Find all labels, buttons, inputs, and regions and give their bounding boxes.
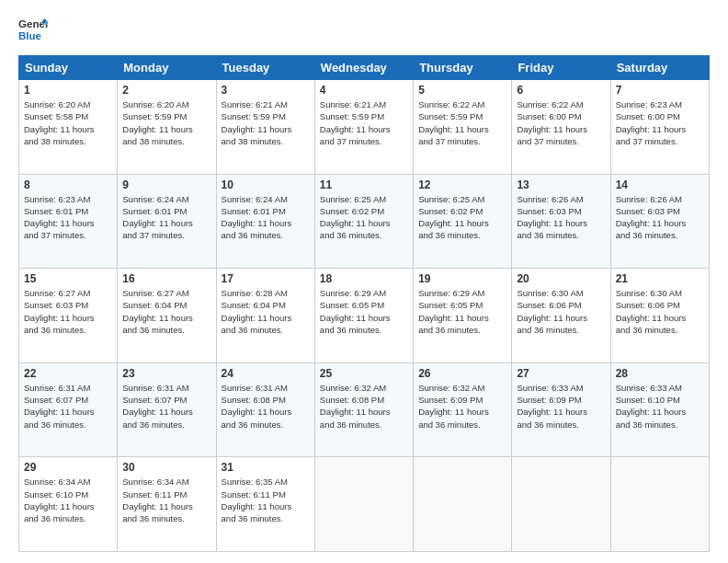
day-cell: 14Sunrise: 6:26 AMSunset: 6:03 PMDayligh… <box>610 174 709 269</box>
day-number: 31 <box>222 461 310 474</box>
day-content: Sunrise: 6:25 AMSunset: 6:02 PMDaylight:… <box>320 193 408 242</box>
day-number: 5 <box>418 84 506 97</box>
day-content: Sunrise: 6:23 AMSunset: 6:01 PMDaylight:… <box>24 193 112 242</box>
day-cell: 7Sunrise: 6:23 AMSunset: 6:00 PMDaylight… <box>610 80 709 175</box>
day-cell: 23Sunrise: 6:31 AMSunset: 6:07 PMDayligh… <box>118 362 216 457</box>
day-cell: 6Sunrise: 6:22 AMSunset: 6:00 PMDaylight… <box>512 80 610 175</box>
day-content: Sunrise: 6:30 AMSunset: 6:06 PMDaylight:… <box>616 287 704 336</box>
day-number: 29 <box>24 461 112 474</box>
day-number: 7 <box>616 84 704 97</box>
day-content: Sunrise: 6:31 AMSunset: 6:08 PMDaylight:… <box>222 382 310 431</box>
day-number: 26 <box>418 367 506 380</box>
day-cell: 15Sunrise: 6:27 AMSunset: 6:03 PMDayligh… <box>19 269 118 363</box>
day-cell: 30Sunrise: 6:34 AMSunset: 6:11 PMDayligh… <box>118 457 216 552</box>
day-content: Sunrise: 6:27 AMSunset: 6:03 PMDaylight:… <box>24 287 112 336</box>
day-cell: 13Sunrise: 6:26 AMSunset: 6:03 PMDayligh… <box>512 174 610 269</box>
day-cell: 3Sunrise: 6:21 AMSunset: 5:59 PMDaylight… <box>216 80 314 175</box>
day-content: Sunrise: 6:33 AMSunset: 6:10 PMDaylight:… <box>616 382 704 431</box>
day-cell: 27Sunrise: 6:33 AMSunset: 6:09 PMDayligh… <box>512 362 610 457</box>
day-content: Sunrise: 6:25 AMSunset: 6:02 PMDaylight:… <box>418 193 506 242</box>
day-number: 24 <box>222 367 310 380</box>
day-number: 17 <box>222 272 310 285</box>
day-number: 18 <box>320 272 408 285</box>
day-number: 6 <box>517 84 605 97</box>
day-number: 1 <box>24 84 112 97</box>
day-cell: 5Sunrise: 6:22 AMSunset: 5:59 PMDaylight… <box>414 80 512 175</box>
week-row-5: 29Sunrise: 6:34 AMSunset: 6:10 PMDayligh… <box>19 457 710 552</box>
day-number: 16 <box>122 272 210 285</box>
day-content: Sunrise: 6:20 AMSunset: 5:59 PMDaylight:… <box>122 98 210 147</box>
day-content: Sunrise: 6:24 AMSunset: 6:01 PMDaylight:… <box>222 193 310 242</box>
weekday-header-thursday: Thursday <box>414 56 512 80</box>
day-cell: 2Sunrise: 6:20 AMSunset: 5:59 PMDaylight… <box>118 80 216 175</box>
weekday-header-saturday: Saturday <box>610 56 709 80</box>
day-content: Sunrise: 6:28 AMSunset: 6:04 PMDaylight:… <box>222 287 310 336</box>
day-cell <box>610 457 709 552</box>
day-number: 15 <box>24 272 112 285</box>
day-cell: 1Sunrise: 6:20 AMSunset: 5:58 PMDaylight… <box>19 80 118 175</box>
day-number: 25 <box>320 367 408 380</box>
day-content: Sunrise: 6:23 AMSunset: 6:00 PMDaylight:… <box>616 98 704 147</box>
day-content: Sunrise: 6:22 AMSunset: 5:59 PMDaylight:… <box>418 98 506 147</box>
day-content: Sunrise: 6:20 AMSunset: 5:58 PMDaylight:… <box>24 98 112 147</box>
day-cell: 29Sunrise: 6:34 AMSunset: 6:10 PMDayligh… <box>19 457 118 552</box>
calendar-table: SundayMondayTuesdayWednesdayThursdayFrid… <box>18 55 710 552</box>
day-number: 19 <box>418 272 506 285</box>
day-cell: 12Sunrise: 6:25 AMSunset: 6:02 PMDayligh… <box>414 174 512 269</box>
day-number: 20 <box>517 272 605 285</box>
day-content: Sunrise: 6:30 AMSunset: 6:06 PMDaylight:… <box>517 287 605 336</box>
week-row-1: 1Sunrise: 6:20 AMSunset: 5:58 PMDaylight… <box>19 80 710 175</box>
weekday-header-friday: Friday <box>512 56 610 80</box>
week-row-4: 22Sunrise: 6:31 AMSunset: 6:07 PMDayligh… <box>19 362 710 457</box>
day-number: 13 <box>517 178 605 191</box>
day-cell: 26Sunrise: 6:32 AMSunset: 6:09 PMDayligh… <box>414 362 512 457</box>
day-number: 8 <box>24 178 112 191</box>
day-content: Sunrise: 6:29 AMSunset: 6:05 PMDaylight:… <box>418 287 506 336</box>
logo: General Blue <box>18 17 48 46</box>
day-cell: 10Sunrise: 6:24 AMSunset: 6:01 PMDayligh… <box>216 174 314 269</box>
day-content: Sunrise: 6:34 AMSunset: 6:10 PMDaylight:… <box>24 476 112 524</box>
weekday-header-monday: Monday <box>118 56 216 80</box>
day-content: Sunrise: 6:26 AMSunset: 6:03 PMDaylight:… <box>517 193 605 242</box>
day-number: 12 <box>418 178 506 191</box>
day-cell <box>512 457 610 552</box>
day-number: 4 <box>320 84 408 97</box>
day-number: 21 <box>616 272 704 285</box>
day-content: Sunrise: 6:32 AMSunset: 6:09 PMDaylight:… <box>418 382 506 431</box>
week-row-3: 15Sunrise: 6:27 AMSunset: 6:03 PMDayligh… <box>19 269 710 363</box>
day-cell: 4Sunrise: 6:21 AMSunset: 5:59 PMDaylight… <box>314 80 413 175</box>
day-content: Sunrise: 6:22 AMSunset: 6:00 PMDaylight:… <box>517 98 605 147</box>
day-number: 14 <box>616 178 704 191</box>
day-cell: 8Sunrise: 6:23 AMSunset: 6:01 PMDaylight… <box>19 174 118 269</box>
logo-icon: General Blue <box>18 17 48 46</box>
day-number: 23 <box>122 367 210 380</box>
day-content: Sunrise: 6:31 AMSunset: 6:07 PMDaylight:… <box>24 382 112 431</box>
day-content: Sunrise: 6:31 AMSunset: 6:07 PMDaylight:… <box>122 382 210 431</box>
weekday-header-sunday: Sunday <box>19 56 118 80</box>
day-cell: 19Sunrise: 6:29 AMSunset: 6:05 PMDayligh… <box>414 269 512 363</box>
day-cell: 28Sunrise: 6:33 AMSunset: 6:10 PMDayligh… <box>610 362 709 457</box>
day-cell: 11Sunrise: 6:25 AMSunset: 6:02 PMDayligh… <box>314 174 413 269</box>
weekday-header-row: SundayMondayTuesdayWednesdayThursdayFrid… <box>19 56 710 80</box>
day-cell <box>314 457 413 552</box>
day-content: Sunrise: 6:27 AMSunset: 6:04 PMDaylight:… <box>122 287 210 336</box>
day-cell: 9Sunrise: 6:24 AMSunset: 6:01 PMDaylight… <box>118 174 216 269</box>
day-content: Sunrise: 6:26 AMSunset: 6:03 PMDaylight:… <box>616 193 704 242</box>
day-number: 9 <box>122 178 210 191</box>
day-cell: 31Sunrise: 6:35 AMSunset: 6:11 PMDayligh… <box>216 457 314 552</box>
day-content: Sunrise: 6:21 AMSunset: 5:59 PMDaylight:… <box>222 98 310 147</box>
day-cell: 17Sunrise: 6:28 AMSunset: 6:04 PMDayligh… <box>216 269 314 363</box>
day-number: 10 <box>222 178 310 191</box>
day-content: Sunrise: 6:24 AMSunset: 6:01 PMDaylight:… <box>122 193 210 242</box>
day-content: Sunrise: 6:33 AMSunset: 6:09 PMDaylight:… <box>517 382 605 431</box>
day-content: Sunrise: 6:34 AMSunset: 6:11 PMDaylight:… <box>122 476 210 524</box>
day-cell: 20Sunrise: 6:30 AMSunset: 6:06 PMDayligh… <box>512 269 610 363</box>
day-number: 27 <box>517 367 605 380</box>
day-number: 3 <box>222 84 310 97</box>
day-cell: 25Sunrise: 6:32 AMSunset: 6:08 PMDayligh… <box>314 362 413 457</box>
weekday-header-wednesday: Wednesday <box>314 56 413 80</box>
week-row-2: 8Sunrise: 6:23 AMSunset: 6:01 PMDaylight… <box>19 174 710 269</box>
svg-text:Blue: Blue <box>18 30 42 41</box>
day-cell: 18Sunrise: 6:29 AMSunset: 6:05 PMDayligh… <box>314 269 413 363</box>
day-content: Sunrise: 6:29 AMSunset: 6:05 PMDaylight:… <box>320 287 408 336</box>
